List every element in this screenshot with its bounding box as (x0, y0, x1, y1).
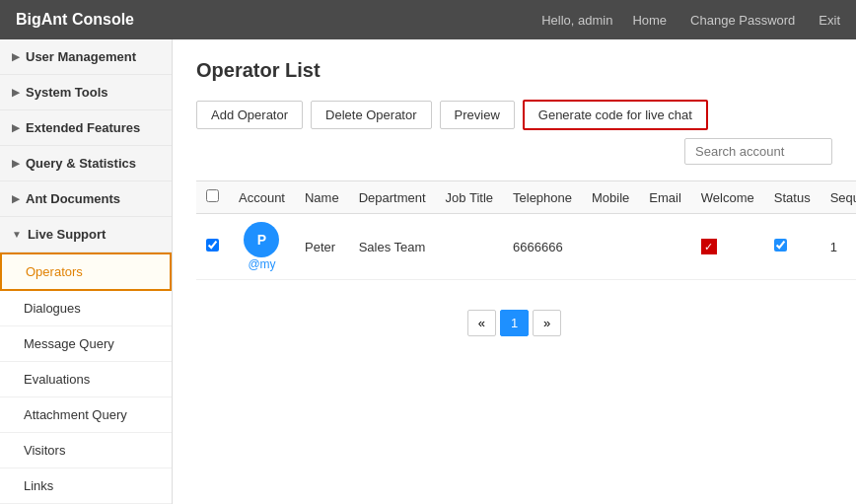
row-name-cell: Peter (295, 214, 349, 280)
page-title: Operator List (196, 59, 832, 82)
row-checkbox-cell (196, 214, 229, 280)
pagination: « 1 » (196, 310, 832, 336)
account-name: @my (248, 257, 275, 271)
operators-table: Account Name Department Job Title Teleph… (196, 180, 856, 280)
sidebar-item-visitors[interactable]: Visitors (0, 433, 172, 468)
sidebar-item-query-statistics[interactable]: ▶ Query & Statistics (0, 146, 172, 181)
col-email: Email (639, 181, 691, 214)
change-password-link[interactable]: Change Password (690, 13, 795, 28)
sidebar-item-links[interactable]: Links (0, 468, 172, 504)
arrow-icon: ▶ (12, 122, 20, 133)
home-link[interactable]: Home (632, 13, 667, 28)
sidebar-item-operators[interactable]: Operators (0, 252, 172, 291)
exit-link[interactable]: Exit (819, 13, 840, 28)
brand: BigAnt Console (16, 11, 134, 29)
next-page-button[interactable]: » (533, 310, 561, 336)
col-status: Status (764, 181, 820, 214)
col-account: Account (229, 181, 295, 214)
generate-code-button[interactable]: Generate code for live chat (523, 100, 708, 130)
sidebar-item-ant-documents[interactable]: ▶ Ant Documents (0, 181, 172, 217)
arrow-icon: ▼ (12, 229, 22, 240)
select-all-checkbox[interactable] (206, 189, 219, 202)
col-telephone: Telephone (503, 181, 582, 214)
sidebar-item-user-management[interactable]: ▶ User Management (0, 39, 172, 75)
main-content: Operator List Add Operator Delete Operat… (173, 39, 856, 504)
col-department: Department (349, 181, 436, 214)
add-operator-button[interactable]: Add Operator (196, 101, 303, 129)
row-telephone-cell: 6666666 (503, 214, 582, 280)
col-checkbox (196, 181, 229, 214)
row-job-title-cell (436, 214, 503, 280)
sidebar-item-evaluations[interactable]: Evaluations (0, 362, 172, 397)
layout: ▶ User Management ▶ System Tools ▶ Exten… (0, 39, 856, 504)
avatar: P (244, 222, 279, 257)
row-email-cell (639, 214, 691, 280)
sidebar-item-message-query[interactable]: Message Query (0, 326, 172, 362)
delete-operator-button[interactable]: Delete Operator (311, 101, 432, 129)
current-page-button[interactable]: 1 (500, 310, 529, 336)
preview-button[interactable]: Preview (440, 101, 515, 129)
top-nav: BigAnt Console Hello, admin Home Change … (0, 0, 856, 39)
arrow-icon: ▶ (12, 51, 20, 62)
live-support-submenu: Operators Dialogues Message Query Evalua… (0, 252, 172, 504)
sidebar-item-extended-features[interactable]: ▶ Extended Features (0, 110, 172, 146)
col-name: Name (295, 181, 349, 214)
search-input[interactable] (684, 138, 832, 165)
sidebar-item-system-tools[interactable]: ▶ System Tools (0, 75, 172, 110)
row-account-cell: P @my (229, 214, 295, 280)
col-mobile: Mobile (582, 181, 639, 214)
arrow-icon: ▶ (12, 193, 20, 204)
sidebar: ▶ User Management ▶ System Tools ▶ Exten… (0, 39, 173, 504)
row-status-cell (764, 214, 820, 280)
sidebar-item-dialogues[interactable]: Dialogues (0, 291, 172, 326)
nav-links: Home Change Password Exit (632, 13, 840, 28)
sidebar-item-live-support[interactable]: ▼ Live Support (0, 217, 172, 252)
welcome-check-icon (701, 239, 717, 254)
prev-page-button[interactable]: « (467, 310, 496, 336)
status-checkbox[interactable] (774, 239, 787, 252)
row-department-cell: Sales Team (349, 214, 436, 280)
row-checkbox[interactable] (206, 239, 219, 252)
account-info: P @my (239, 222, 285, 271)
col-job-title: Job Title (436, 181, 503, 214)
row-mobile-cell (582, 214, 639, 280)
table-row: P @my Peter Sales Team 6666666 (196, 214, 856, 280)
col-sequence: Sequence No. (820, 181, 856, 214)
toolbar: Add Operator Delete Operator Preview Gen… (196, 100, 832, 165)
sidebar-item-attachment-query[interactable]: Attachment Query (0, 397, 172, 433)
hello-text: Hello, admin (541, 13, 612, 28)
arrow-icon: ▶ (12, 158, 20, 169)
col-welcome: Welcome (691, 181, 764, 214)
arrow-icon: ▶ (12, 87, 20, 98)
row-welcome-cell (691, 214, 764, 280)
row-sequence-cell: 1 (820, 214, 856, 280)
